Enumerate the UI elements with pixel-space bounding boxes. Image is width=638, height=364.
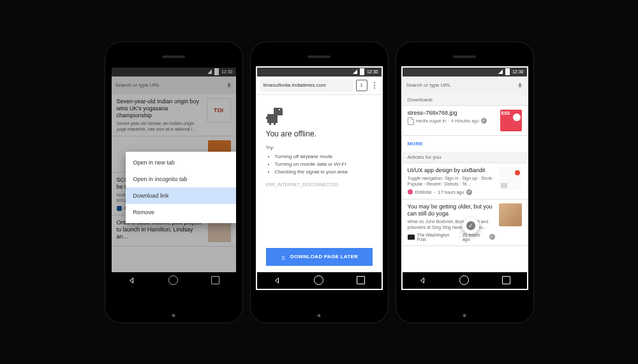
tab-switcher[interactable]: 1 xyxy=(356,80,367,91)
check-icon: ✓ xyxy=(466,221,475,230)
page-icon xyxy=(408,117,414,125)
thumb-text: ESS xyxy=(501,111,510,115)
download-time: 4 minutes ago xyxy=(451,119,479,123)
ntp-content: Downloads stress–768x768.jpg media.vogue… xyxy=(403,94,527,272)
signal-icon xyxy=(353,69,357,74)
status-bar: 12:30 xyxy=(403,68,527,76)
more-link[interactable]: MORE xyxy=(403,136,527,152)
nav-back-icon[interactable] xyxy=(273,277,281,284)
offline-badge-icon xyxy=(481,118,487,124)
source-icon xyxy=(408,189,413,194)
phone-1: 12:30 Search or type URL Seven-year-old … xyxy=(105,41,243,323)
signal-icon xyxy=(498,69,503,74)
offline-headline: You are offline. xyxy=(266,129,373,138)
source-name: Dribbble xyxy=(415,190,432,194)
soft-nav xyxy=(403,272,527,289)
status-time: 12:30 xyxy=(367,69,378,74)
offline-badge-icon xyxy=(466,189,472,195)
phone-stage: 12:30 Search or type URL Seven-year-old … xyxy=(105,41,534,323)
context-menu: Open in new tab Open in incognito tab Do… xyxy=(126,152,236,223)
try-list: Turning off airplane mode Turning on mob… xyxy=(275,153,373,176)
url-bar: timesofindia.indiatimes.com 1 xyxy=(257,76,382,95)
nav-recent-icon[interactable] xyxy=(502,276,510,284)
overflow-menu-icon[interactable] xyxy=(370,82,379,89)
source-time: 21 hours ago xyxy=(463,233,487,242)
download-later-button[interactable]: DOWNLOAD PAGE LATER xyxy=(266,248,373,266)
article-source: Dribbble · 17 hours ago xyxy=(408,189,495,195)
status-bar: 12:30 xyxy=(257,68,382,76)
menu-open-new-tab[interactable]: Open in new tab xyxy=(126,154,236,171)
downloads-header: Downloads xyxy=(403,94,527,106)
status-time: 12:30 xyxy=(512,69,524,74)
offline-badge-icon xyxy=(489,234,495,240)
article-desc: What do John Boehner, Bonnie Raitt and p… xyxy=(408,219,495,230)
download-source: media.vogue.in xyxy=(416,119,446,123)
nav-back-icon[interactable] xyxy=(128,277,135,284)
article-title: You may be getting older, but you can st… xyxy=(408,203,495,217)
download-item[interactable]: stress–768x768.jpg media.vogue.in · 4 mi… xyxy=(403,106,527,136)
try-item: Checking the signal in your area xyxy=(275,168,373,176)
article-thumb xyxy=(499,167,522,190)
phone-2-screen: 12:30 timesofindia.indiatimes.com 1 Yo xyxy=(257,68,382,289)
try-item: Turning on mobile data or Wi-Fi xyxy=(275,161,373,168)
dino-icon[interactable] xyxy=(266,104,284,123)
nav-back-icon[interactable] xyxy=(419,277,426,284)
error-code: ERR_INTERNET_DISCONNECTED xyxy=(266,182,373,187)
url-text: timesofindia.indiatimes.com xyxy=(263,82,326,88)
phone-3: 12:30 Search or type URL Downloads stres… xyxy=(396,41,534,323)
download-icon xyxy=(280,254,286,260)
menu-remove[interactable]: Remove xyxy=(126,204,236,221)
try-item: Turning off airplane mode xyxy=(275,153,373,161)
article-source: The Washington Post · 21 hours ago xyxy=(408,233,495,242)
tab-count: 1 xyxy=(360,82,362,88)
soft-nav xyxy=(257,272,382,289)
omnibox[interactable]: Search or type URL xyxy=(403,76,527,94)
source-name: The Washington Post xyxy=(417,233,456,242)
nav-home-icon[interactable] xyxy=(314,275,323,285)
articles-header: Articles for you xyxy=(403,152,527,163)
menu-download-link[interactable]: Download link xyxy=(126,187,236,204)
article-desc: Toggle navigation. Sign in · Sign up · S… xyxy=(408,175,495,187)
phone-2: 12:30 timesofindia.indiatimes.com 1 Yo xyxy=(250,41,389,323)
phone-1-screen: 12:30 Search or type URL Seven-year-old … xyxy=(112,68,236,289)
source-time: 17 hours ago xyxy=(438,190,464,194)
nav-recent-icon[interactable] xyxy=(357,276,365,284)
mic-icon[interactable] xyxy=(517,82,523,89)
article-title: UI/UX app design by uixBandit xyxy=(408,167,495,174)
menu-open-incognito-tab[interactable]: Open in incognito tab xyxy=(126,171,236,187)
offline-page: You are offline. Try: Turning off airpla… xyxy=(257,95,382,272)
download-title: stress–768x768.jpg xyxy=(408,110,496,116)
download-subtitle: media.vogue.in · 4 minutes ago xyxy=(408,117,496,125)
try-label: Try: xyxy=(266,145,373,150)
download-thumb: ESS xyxy=(500,110,522,131)
battery-icon xyxy=(360,68,364,75)
source-icon xyxy=(408,235,415,240)
download-later-label: DOWNLOAD PAGE LATER xyxy=(290,254,358,259)
article-thumb xyxy=(499,203,522,226)
battery-icon xyxy=(505,68,510,75)
phone-3-screen: 12:30 Search or type URL Downloads stres… xyxy=(403,68,527,289)
download-progress-fab[interactable]: ✓ xyxy=(463,217,479,234)
article-card[interactable]: UI/UX app design by uixBandit Toggle nav… xyxy=(403,163,527,200)
nav-home-icon[interactable] xyxy=(459,275,469,285)
url-field[interactable]: timesofindia.indiatimes.com xyxy=(260,79,353,92)
omnibox-field[interactable]: Search or type URL xyxy=(406,82,513,88)
